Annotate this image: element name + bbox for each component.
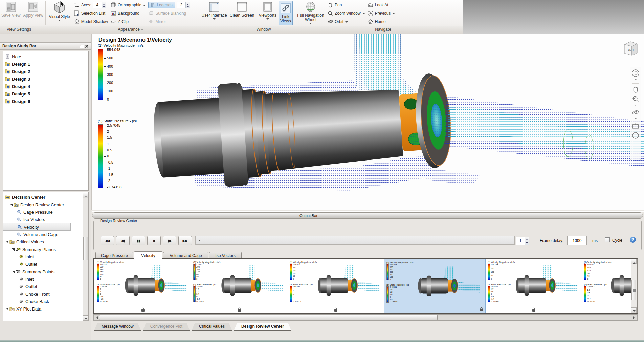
tree-item-design-1[interactable]: Design 1 — [3, 60, 88, 68]
full-navigation-wheel-button[interactable]: Full Navigation Wheel — [295, 0, 326, 26]
tree-item-choke-front[interactable]: Choke Front — [3, 290, 88, 298]
viewcube[interactable]: LEFT — [622, 40, 639, 59]
step-forward-button[interactable]: ▮▶ — [163, 236, 176, 245]
frame-delay-input[interactable] — [567, 236, 587, 245]
expand-triangle-icon[interactable] — [12, 248, 15, 251]
tree-item-velocity[interactable]: Velocity — [3, 223, 71, 231]
viewports-button[interactable]: Viewports — [258, 0, 278, 26]
frame-thumbnail-6[interactable]: (1) Velocity Magnitude - in/s 205.207160… — [582, 259, 636, 313]
nav-pan-icon[interactable] — [632, 86, 639, 93]
expand-triangle-icon[interactable] — [6, 308, 8, 311]
axes-spinner[interactable]: 4 — [93, 2, 106, 8]
frame-thumbnail-1[interactable]: (1) Velocity Magnitude - in/s 320.008300… — [95, 259, 191, 313]
tree-item-design-review-center[interactable]: Design Review Center — [3, 201, 88, 208]
model-shadow-button[interactable]: Model Shadow — [74, 18, 108, 25]
lock-icon[interactable] — [479, 307, 484, 312]
cycle-checkbox[interactable] — [605, 237, 610, 242]
tab-iso-vectors[interactable]: Iso Vectors — [209, 252, 242, 258]
group-label-appearance[interactable]: Appearance — [38, 27, 223, 32]
viewport-3d[interactable]: Design 1\Scenario 1\Velocity (1) Velocit… — [91, 34, 644, 210]
viewport-3d-model[interactable] — [146, 34, 644, 210]
nav-wheel-icon[interactable] — [631, 69, 640, 77]
fast-forward-button[interactable]: ▶▶ — [178, 236, 192, 245]
stop-button[interactable]: ■ — [147, 236, 161, 245]
scroll-up-icon[interactable] — [83, 193, 88, 198]
nav-orbit-icon[interactable] — [632, 109, 639, 116]
navigation-bar[interactable] — [630, 67, 641, 160]
tab-volume-and-cage[interactable]: Volume and Cage — [163, 252, 208, 258]
lock-icon[interactable] — [141, 307, 145, 312]
frame-thumbnail-3[interactable]: (1) Velocity Magnitude - in/s 263.820240… — [288, 259, 384, 313]
scroll-down-icon[interactable] — [631, 307, 637, 313]
orbit-button[interactable]: Orbit — [328, 18, 365, 25]
tree-item-xy-plot-data[interactable]: XY Plot Data — [3, 305, 88, 313]
scroll-right-icon[interactable] — [633, 316, 636, 319]
tree-item-summary-planes[interactable]: Summary Planes — [3, 245, 88, 253]
tree-scrollbar[interactable] — [83, 193, 88, 321]
tree-item-design-4[interactable]: Design 4 — [3, 83, 88, 90]
frame-thumbnail-5[interactable]: (1) Velocity Magnitude - in/s 222.134180… — [486, 259, 582, 313]
expand-triangle-icon[interactable] — [10, 204, 13, 206]
tree-item-decision-center[interactable]: Decision Center — [3, 193, 88, 201]
tab-velocity[interactable]: Velocity — [134, 251, 162, 259]
look-at-button[interactable]: Look At — [368, 1, 395, 8]
expand-triangle-icon[interactable] — [12, 271, 15, 273]
scrollbar-thumb[interactable] — [99, 315, 438, 320]
background-button[interactable]: Background — [111, 10, 146, 17]
scroll-down-icon[interactable] — [83, 315, 88, 321]
lock-icon[interactable] — [237, 307, 242, 312]
scrollbar-thumb[interactable] — [83, 237, 88, 260]
tab-convergence-plot[interactable]: Convergence Plot — [143, 323, 190, 331]
pan-button[interactable]: Pan — [328, 1, 365, 8]
lock-icon[interactable] — [532, 307, 536, 312]
tree-item-summary-planes-inlet[interactable]: Inlet — [3, 253, 88, 260]
tree-item-iso-vectors[interactable]: Iso Vectors — [3, 216, 88, 223]
tab-message-window[interactable]: Message Window — [94, 323, 141, 331]
tab-cage-pressure[interactable]: Cage Pressure — [95, 252, 133, 258]
scroll-left-icon[interactable] — [95, 316, 98, 319]
frame-spinner[interactable]: 1 — [516, 237, 529, 245]
z-clip-button[interactable]: Z-Clip — [111, 18, 146, 25]
lock-icon[interactable] — [334, 307, 338, 312]
clean-screen-button[interactable]: Clean Screen — [228, 0, 256, 26]
go-to-start-button[interactable]: ◀◀ — [101, 236, 114, 245]
tree-item-cage-pressure[interactable]: Cage Pressure — [3, 208, 88, 216]
tab-design-review-center[interactable]: Design Review Center — [234, 323, 291, 331]
tree-item-choke-back[interactable]: Choke Back — [3, 298, 88, 305]
tree-item-design-5[interactable]: Design 5 — [3, 90, 88, 98]
tab-critical-values[interactable]: Critical Values — [192, 323, 232, 331]
mirror-button[interactable]: Mirror — [148, 18, 197, 25]
surface-blanking-button[interactable]: Surface Blanking — [148, 10, 197, 17]
nav-orbit-dropdown-arrow[interactable] — [635, 118, 637, 120]
output-bar-header[interactable]: Output Bar — [92, 212, 643, 219]
save-view-button[interactable]: Save View — [0, 0, 22, 26]
pause-button[interactable]: ▮▮ — [132, 236, 145, 245]
frame-thumbnail-2[interactable]: (1) Velocity Magnitude - in/s 278.611200… — [191, 259, 288, 313]
orthographic-button[interactable]: Orthographic — [111, 1, 146, 8]
frame-scrollbar[interactable] — [195, 236, 515, 245]
zoom-window-button[interactable]: Zoom Window — [328, 10, 365, 17]
float-panel-icon[interactable] — [78, 44, 83, 48]
filmstrip-horizontal-scrollbar[interactable] — [93, 314, 638, 321]
apply-view-button[interactable]: Apply View — [22, 0, 44, 26]
legends-control[interactable]: Legends: 2 — [148, 1, 197, 8]
nav-look-at-icon[interactable] — [632, 122, 639, 130]
tree-item-summary-planes-outlet[interactable]: Outlet — [3, 260, 88, 268]
legends-spinner[interactable]: 2 — [177, 2, 190, 8]
tree-item-design-6[interactable]: Design 6 — [3, 98, 88, 105]
user-interface-button[interactable]: User Interface — [200, 0, 228, 26]
scroll-up-icon[interactable] — [631, 259, 637, 264]
nav-zoom-extents-icon[interactable] — [632, 132, 639, 139]
tree-item-design-3[interactable]: Design 3 — [3, 75, 88, 83]
link-views-button[interactable]: Link Views — [279, 1, 293, 25]
tree-item-volume-and-cage[interactable]: Volume and Cage — [3, 231, 88, 238]
tree-item-summary-points-inlet[interactable]: Inlet — [3, 275, 88, 283]
previous-button[interactable]: Previous — [368, 10, 395, 17]
tree-item-critical-values[interactable]: Critical Values — [3, 238, 88, 245]
close-panel-icon[interactable] — [84, 44, 89, 48]
expand-triangle-icon[interactable] — [6, 241, 8, 243]
scrollbar-thumb[interactable] — [631, 280, 636, 300]
tree-item-summary-points[interactable]: Summary Points — [3, 268, 88, 275]
axes-control[interactable]: Axes: 4 — [74, 1, 108, 8]
selection-list-button[interactable]: Selection List — [74, 10, 108, 17]
